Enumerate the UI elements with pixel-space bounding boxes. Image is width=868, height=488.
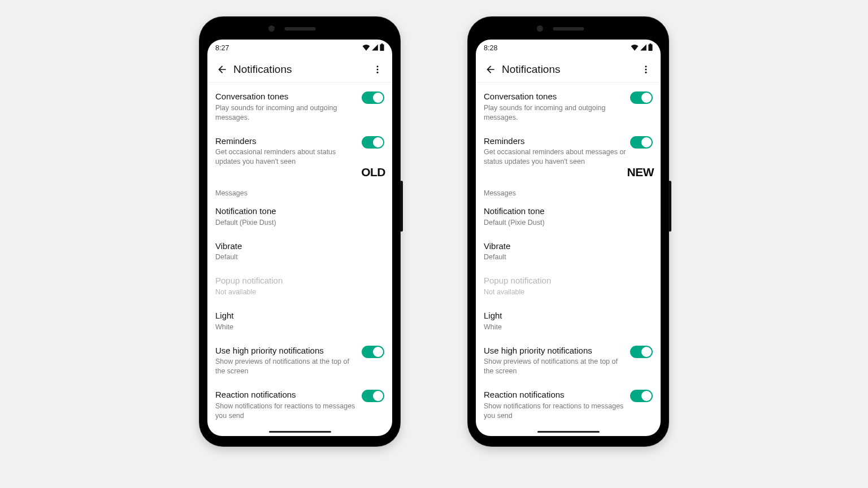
status-bar: 8:28 <box>476 40 661 56</box>
svg-point-2 <box>377 71 379 73</box>
status-time: 8:27 <box>215 44 229 52</box>
setting-title: Conversation tones <box>484 91 627 102</box>
app-bar: Notifications <box>207 56 392 82</box>
setting-title: Reaction notifications <box>484 390 627 400</box>
setting-subtitle: Play sounds for incoming and outgoing me… <box>215 103 358 123</box>
svg-point-5 <box>645 71 647 73</box>
toggle-switch[interactable] <box>630 91 653 104</box>
setting-reminders[interactable]: Reminders Get occasional reminders about… <box>476 129 661 177</box>
comparison-badge-old: OLD <box>361 165 385 179</box>
wifi-icon <box>631 44 639 53</box>
settings-list: Conversation tones Play sounds for incom… <box>476 82 661 436</box>
setting-title: Reminders <box>484 136 627 147</box>
setting-title: Reaction notifications <box>215 390 358 400</box>
setting-high-priority[interactable]: Use high priority notifications Show pre… <box>476 339 661 384</box>
wifi-icon <box>362 44 370 53</box>
status-icons <box>631 43 653 53</box>
setting-subtitle: Get occasional reminders about status up… <box>215 147 358 167</box>
phone-mockup-old: 8:27 Notifications <box>199 17 400 446</box>
setting-title: Notification tone <box>484 206 653 217</box>
setting-title: Light <box>215 311 384 321</box>
status-bar: 8:27 <box>207 40 392 56</box>
setting-reaction-notifications[interactable]: Reaction notifications Show notification… <box>207 383 392 428</box>
setting-notification-tone[interactable]: Notification tone Default (Pixie Dust) <box>207 199 392 234</box>
setting-title: Notification tone <box>215 206 384 217</box>
setting-subtitle: Show previews of notifications at the to… <box>484 357 627 376</box>
phone-speaker <box>284 27 315 30</box>
setting-title: Vibrate <box>484 241 653 252</box>
setting-subtitle: Show notifications for reactions to mess… <box>484 402 627 421</box>
overflow-menu-button[interactable] <box>366 58 389 81</box>
toggle-switch[interactable] <box>630 346 653 358</box>
setting-subtitle: Show notifications for reactions to mess… <box>215 402 358 421</box>
setting-title: Reminders <box>215 136 358 147</box>
setting-subtitle: Default <box>215 252 384 262</box>
phone-speaker <box>553 27 584 30</box>
setting-high-priority[interactable]: Use high priority notifications Show pre… <box>207 339 392 384</box>
signal-icon <box>371 44 379 53</box>
phone-camera <box>268 25 275 32</box>
setting-vibrate[interactable]: Vibrate Default <box>476 234 661 269</box>
settings-list: Conversation tones Play sounds for incom… <box>207 82 392 436</box>
setting-reaction-notifications[interactable]: Reaction notifications Show notification… <box>476 383 661 428</box>
toggle-switch[interactable] <box>630 136 653 149</box>
section-header-messages: Messages <box>476 177 661 199</box>
battery-icon <box>380 43 384 53</box>
home-indicator[interactable] <box>537 431 600 433</box>
svg-point-3 <box>645 66 647 67</box>
setting-subtitle: White <box>484 323 653 332</box>
page-title: Notifications <box>233 63 292 76</box>
setting-popup-notification: Popup notification Not available <box>207 269 392 304</box>
page-title: Notifications <box>502 63 561 76</box>
setting-subtitle: Play sounds for incoming and outgoing me… <box>484 103 627 123</box>
svg-point-1 <box>377 68 379 70</box>
toggle-switch[interactable] <box>630 390 653 402</box>
setting-title: Use high priority notifications <box>484 346 627 356</box>
toggle-switch[interactable] <box>362 91 384 104</box>
setting-notification-tone[interactable]: Notification tone Default (Pixie Dust) <box>476 199 661 234</box>
setting-light[interactable]: Light White <box>476 304 661 339</box>
setting-title: Conversation tones <box>215 91 358 102</box>
setting-title: Light <box>484 311 653 321</box>
setting-reminders[interactable]: Reminders Get occasional reminders about… <box>207 129 392 177</box>
setting-title: Popup notification <box>215 276 384 286</box>
svg-point-0 <box>377 66 379 67</box>
setting-subtitle: White <box>215 323 384 332</box>
setting-conversation-tones[interactable]: Conversation tones Play sounds for incom… <box>207 85 392 129</box>
status-icons <box>362 43 384 53</box>
toggle-switch[interactable] <box>362 346 384 358</box>
back-button[interactable] <box>479 58 502 81</box>
setting-conversation-tones[interactable]: Conversation tones Play sounds for incom… <box>476 85 661 129</box>
back-button[interactable] <box>211 58 233 81</box>
phone-screen: 8:27 Notifications <box>207 40 392 436</box>
toggle-switch[interactable] <box>362 390 384 402</box>
section-header-messages: Messages <box>207 177 392 199</box>
setting-vibrate[interactable]: Vibrate Default <box>207 234 392 269</box>
svg-point-4 <box>645 68 647 70</box>
signal-icon <box>640 44 647 53</box>
status-time: 8:28 <box>484 44 497 52</box>
setting-popup-notification: Popup notification Not available <box>476 269 661 304</box>
setting-subtitle: Default <box>484 252 653 262</box>
home-indicator[interactable] <box>269 431 331 433</box>
setting-subtitle: Default (Pixie Dust) <box>215 218 384 228</box>
setting-title: Use high priority notifications <box>215 346 358 356</box>
setting-title: Popup notification <box>484 276 653 286</box>
setting-subtitle: Get occasional reminders about messages … <box>484 147 627 167</box>
setting-subtitle: Not available <box>484 287 653 297</box>
toggle-switch[interactable] <box>362 136 384 149</box>
app-bar: Notifications <box>476 56 661 82</box>
overflow-menu-button[interactable] <box>635 58 657 81</box>
phone-camera <box>537 25 543 32</box>
setting-subtitle: Show previews of notifications at the to… <box>215 357 358 376</box>
setting-subtitle: Not available <box>215 287 384 297</box>
setting-title: Vibrate <box>215 241 384 252</box>
setting-light[interactable]: Light White <box>207 304 392 339</box>
comparison-badge-new: NEW <box>627 165 654 179</box>
setting-subtitle: Default (Pixie Dust) <box>484 218 653 228</box>
battery-icon <box>648 43 653 53</box>
phone-mockup-new: 8:28 Notifications <box>468 17 669 446</box>
phone-screen: 8:28 Notifications <box>476 40 661 436</box>
